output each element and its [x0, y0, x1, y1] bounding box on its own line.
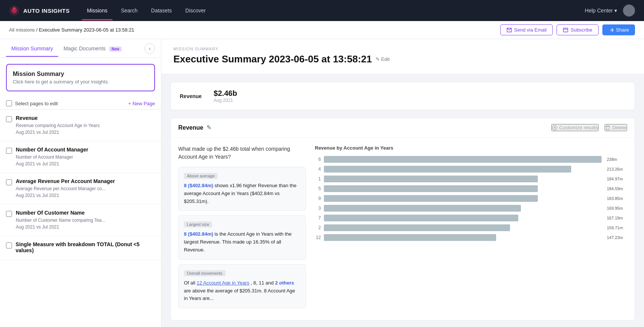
title-edit-button[interactable]: ✎ Edit	[376, 56, 390, 62]
select-all-checkbox[interactable]	[6, 100, 12, 106]
bar-chart: 6238m4213.26m1184.97m5184.59m9183.85m316…	[315, 156, 627, 241]
bar-label: 2	[315, 225, 321, 230]
delete-button[interactable]: Delete	[605, 124, 627, 131]
nav-links: Missions Search Datasets Discover	[82, 5, 573, 17]
svg-rect-3	[563, 28, 568, 32]
new-page-button[interactable]: + New Page	[128, 101, 155, 106]
list-item[interactable]: Single Measure with breakdown TOTAL (Don…	[0, 236, 161, 260]
sidebar: Mission Summary Magic Documents New ‹ Mi…	[0, 39, 161, 327]
subscribe-button[interactable]: Subscribe	[557, 24, 599, 35]
insight-text-0: 8 ($402.84m) shows x1.96 higher Revenue …	[184, 182, 300, 205]
bar-value: 167.19m	[607, 216, 627, 220]
help-center-button[interactable]: Help Center ▾	[585, 8, 617, 14]
mission-summary-card-desc: Click here to get a summary of your insi…	[13, 79, 148, 85]
nav-search[interactable]: Search	[116, 5, 143, 17]
top-nav: AUTO INSIGHTS Missions Search Datasets D…	[0, 0, 644, 21]
bar-value: 213.26m	[607, 167, 627, 171]
bar-row: 1184.97m	[315, 176, 627, 182]
bar-fill	[324, 215, 518, 221]
insight-text-1: 8 ($402.84m) is the Account Age in Years…	[184, 230, 300, 254]
logo-icon	[9, 5, 20, 16]
insight-question: What made up the $2.46b total when compa…	[178, 145, 306, 161]
insight-card-2: Overall movements Of all 12 Account Age …	[178, 264, 306, 308]
logo: AUTO INSIGHTS	[9, 5, 70, 16]
list-item[interactable]: Number Of Account Manager Number of Acco…	[0, 141, 161, 173]
insight-column: What made up the $2.46b total when compa…	[178, 145, 306, 313]
section-label: MISSION SUMMARY	[173, 47, 632, 51]
bar-row: 6238m	[315, 156, 627, 163]
chart-title: Revenue by Account Age in Years	[315, 145, 627, 151]
nav-missions[interactable]: Missions	[82, 5, 113, 17]
select-pages-label: Select pages to edit	[15, 101, 125, 106]
bar-track	[324, 234, 602, 241]
revenue-edit-icon[interactable]: ✎	[206, 124, 211, 131]
bar-track	[324, 176, 602, 182]
page-desc-1: Number of Account Manager Aug 2021 vs Ju…	[16, 154, 88, 167]
magic-badge: New	[109, 47, 122, 51]
bar-fill	[324, 234, 496, 241]
bar-row: 5184.59m	[315, 185, 627, 192]
tab-mission-summary[interactable]: Mission Summary	[6, 40, 58, 57]
page-checkbox-1[interactable]	[6, 148, 12, 154]
bar-track	[324, 205, 602, 212]
nav-datasets[interactable]: Datasets	[146, 5, 177, 17]
bar-fill	[324, 224, 510, 231]
sidebar-collapse-button[interactable]: ‹	[144, 43, 155, 54]
page-checkbox-0[interactable]	[6, 116, 12, 122]
chart-column: Revenue by Account Age in Years 6238m421…	[315, 145, 627, 313]
all-missions-link[interactable]: All missions	[9, 27, 35, 33]
bar-track	[324, 166, 602, 173]
mission-summary-card[interactable]: Mission Summary Click here to get a summ…	[6, 64, 155, 91]
page-checkbox-2[interactable]	[6, 179, 12, 185]
page-desc-0: Revenue comparing Account Age in Years A…	[16, 122, 100, 136]
page-title-0: Revenue	[16, 115, 100, 121]
sidebar-tabs: Mission Summary Magic Documents New ‹	[0, 39, 161, 58]
svg-point-5	[554, 127, 555, 129]
account-age-link[interactable]: 12 Account Age in Years	[197, 280, 249, 286]
nav-right: Help Center ▾	[585, 5, 635, 17]
bar-track	[324, 156, 602, 163]
send-email-button[interactable]: Send via Email	[500, 24, 553, 35]
main-content: MISSION SUMMARY Executive Summary 2023-0…	[161, 39, 644, 327]
bar-track	[324, 224, 602, 231]
list-item[interactable]: Number Of Customer Name Number of Custom…	[0, 204, 161, 236]
nav-discover[interactable]: Discover	[180, 5, 211, 17]
bar-track	[324, 185, 602, 192]
bar-value: 183.85m	[607, 196, 627, 201]
bar-row: 3169.95m	[315, 205, 627, 212]
list-item[interactable]: Average Revenue Per Account Manager Aver…	[0, 173, 161, 204]
bar-row: 2159.71m	[315, 224, 627, 231]
customize-results-button[interactable]: Customize results	[551, 124, 599, 131]
user-avatar[interactable]	[623, 5, 635, 17]
bar-fill	[324, 205, 521, 212]
customize-icon	[552, 125, 557, 130]
bar-label: 9	[315, 196, 321, 201]
content-title: Executive Summary 2023-06-05 at 13:58:21…	[173, 53, 632, 65]
revenue-section-card: Revenue ✎ Customize results Delete	[170, 118, 635, 321]
insight-tag-1: Largest size	[184, 221, 212, 227]
bar-track	[324, 195, 602, 202]
share-icon	[608, 27, 614, 33]
page-title-3: Number Of Customer Name	[16, 210, 105, 216]
insight-card-0: Above average 8 ($402.84m) shows x1.96 h…	[178, 167, 306, 211]
section-card-title: Revenue ✎	[178, 124, 211, 131]
page-checkbox-3[interactable]	[6, 211, 12, 217]
bar-row: 12147.23m	[315, 234, 627, 241]
svg-point-2	[13, 7, 15, 9]
bar-row: 4213.26m	[315, 166, 627, 173]
insight-tag-2: Overall movements	[184, 270, 226, 276]
subscribe-icon	[563, 27, 568, 33]
bar-label: 7	[315, 215, 321, 221]
stat-value: $2.46b	[214, 89, 237, 98]
tab-magic-documents[interactable]: Magic Documents New	[58, 40, 127, 57]
list-item[interactable]: Revenue Revenue comparing Account Age in…	[0, 110, 161, 141]
bar-fill	[324, 176, 538, 182]
bar-value: 169.95m	[607, 206, 627, 210]
section-card-header: Revenue ✎ Customize results Delete	[171, 118, 635, 138]
share-button[interactable]: Share	[602, 24, 635, 35]
bar-label: 4	[315, 167, 321, 172]
insight-card-1: Largest size 8 ($402.84m) is the Account…	[178, 215, 306, 259]
page-checkbox-4[interactable]	[6, 242, 12, 248]
section-actions: Customize results Delete	[551, 124, 627, 131]
section-body: What made up the $2.46b total when compa…	[171, 138, 635, 320]
